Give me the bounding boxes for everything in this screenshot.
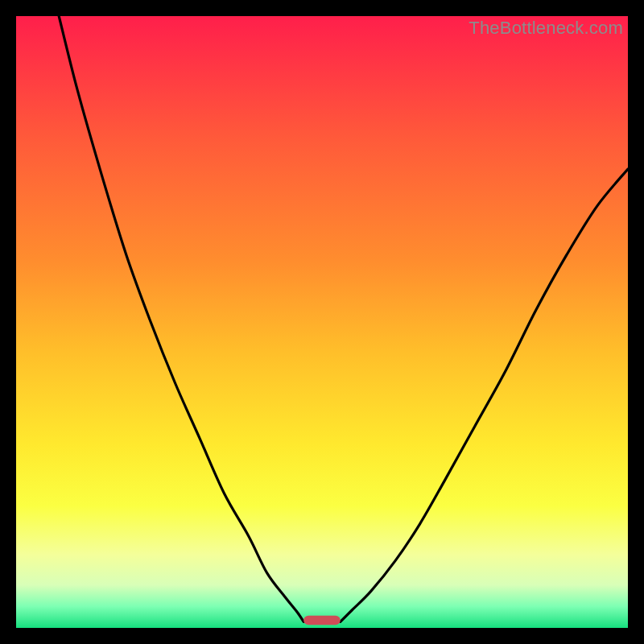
- optimum-marker: [303, 616, 341, 625]
- gradient-background: [16, 16, 628, 628]
- watermark-text: TheBottleneck.com: [469, 18, 623, 39]
- chart-frame: TheBottleneck.com: [16, 16, 628, 628]
- chart-canvas: [16, 16, 628, 628]
